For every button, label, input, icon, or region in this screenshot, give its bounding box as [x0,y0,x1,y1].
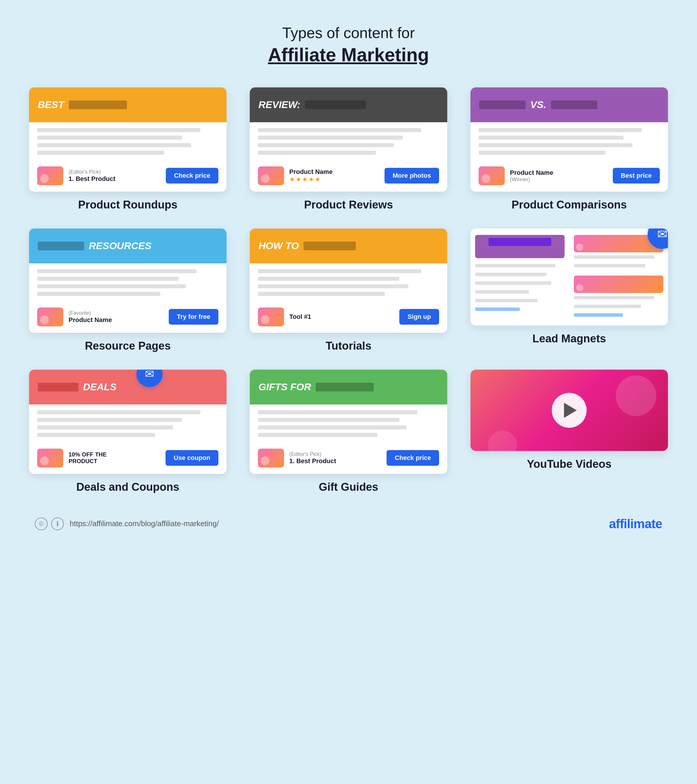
deals-header-block [38,383,78,391]
compare-best-price-button[interactable]: Best price [613,168,660,183]
lead-purple-inner [488,238,551,246]
ll2 [475,273,547,276]
yt-circle-bg2 [488,431,517,451]
footer-left: © ℹ https://affilimate.com/blog/affiliat… [35,517,219,530]
compare-thumb [479,166,505,185]
roundup-footer-info: (Editor's Pick) 1. Best Product [69,169,161,183]
resource-footer-info: (Favorite) Product Name [69,310,163,324]
line3 [37,284,186,288]
lead-purple-block [475,235,565,258]
line1 [37,128,200,132]
gifts-header-block [316,383,374,391]
page-main-title: Affiliate Marketing [268,43,429,67]
line1 [37,410,200,414]
ll4 [475,290,529,293]
resource-thumb [37,308,63,326]
footer-brand: affilimate [609,517,662,531]
card-wrapper-product-reviews: REVIEW: Product Name ★★★★★ More photos P… [250,87,447,211]
tutorial-howto-label: HOW TO [259,240,299,252]
card-resource-pages: RESOURCES (Favorite) Product Name Try fo… [29,229,227,333]
line3 [37,143,191,147]
line1 [258,410,417,414]
line4 [37,151,164,155]
deals-label: DEALS [83,381,117,393]
resource-header: RESOURCES [29,229,227,264]
compare-body [470,122,668,161]
line4 [479,151,606,155]
line4 [37,433,155,437]
youtube-label: YouTube Videos [527,458,611,470]
card-lead-magnets: ✉ [470,229,668,326]
youtube-play-button[interactable] [552,393,587,428]
line4 [37,292,160,296]
compare-product-name: Product Name [510,169,608,176]
line3 [258,143,394,147]
line4 [258,151,376,155]
card-wrapper-lead-magnets: ✉ [470,229,668,352]
ll5 [475,299,538,302]
gifts-header-label: GIFTS FOR [259,381,311,393]
line3 [258,425,407,430]
card-wrapper-gift-guides: GIFTS FOR (Editor's Pick) 1. Best Produc… [250,370,447,493]
line2 [258,277,399,281]
compare-footer: Product Name (Winner) Best price [470,161,668,192]
play-triangle-icon [564,403,577,418]
line4 [258,433,377,437]
review-more-photos-button[interactable]: More photos [384,168,439,183]
card-product-reviews: REVIEW: Product Name ★★★★★ More photos [250,87,447,192]
rl4 [574,305,641,308]
resource-footer: (Favorite) Product Name Try for free [29,302,227,333]
card-wrapper-resource-pages: RESOURCES (Favorite) Product Name Try fo… [29,229,227,352]
review-header-block [305,100,366,109]
deals-coupon-button[interactable]: Use coupon [166,450,218,466]
roundup-thumb [37,166,63,185]
review-header-label: REVIEW: [259,99,300,110]
line3 [479,143,633,147]
tutorial-thumb [258,308,284,326]
card-wrapper-deals: ✉ DEALS 10% OFF THEPRODUCT Use coupon De… [29,370,227,493]
gifts-header: GIFTS FOR [250,370,447,405]
card-product-roundups: BEST (Editor's Pick) 1. Best Product Che… [29,87,227,192]
resource-label: Resource Pages [85,340,171,352]
lead-card-inner [470,229,668,326]
lead-left-col [470,229,569,326]
copyright-icon: © [35,517,48,530]
deals-discount-text: 10% OFF THEPRODUCT [69,451,160,464]
lb1 [475,308,520,311]
resource-try-free-button[interactable]: Try for free [169,309,218,324]
compare-label: Product Comparisons [512,199,627,211]
compare-winner-label: (Winner) [510,176,608,183]
ll1 [475,264,555,267]
rl2 [574,264,645,267]
roundup-check-price-button[interactable]: Check price [166,168,218,183]
card-product-comparisons: VS. Product Name (Winner) Best price [470,87,668,192]
review-thumb [258,166,284,185]
card-tutorials: HOW TO Tool #1 Sign up [250,229,447,333]
line2 [37,418,182,422]
line1 [479,128,642,132]
review-footer: Product Name ★★★★★ More photos [250,161,447,192]
gifts-product-name: 1. Best Product [289,457,381,465]
line1 [258,269,421,273]
tutorial-footer-info: Tool #1 [289,313,394,321]
footer-brand-accent: mate [633,517,662,531]
rl1 [574,255,654,259]
gifts-check-price-button[interactable]: Check price [387,450,439,466]
ll3 [475,282,551,285]
youtube-card-visual [470,370,668,451]
tutorial-tool-name: Tool #1 [289,313,394,321]
review-footer-info: Product Name ★★★★★ [289,168,379,183]
footer-icons: © ℹ [35,517,64,530]
compare-block-right [551,100,597,109]
tutorial-label: Tutorials [326,340,371,352]
card-youtube [470,370,668,451]
tutorial-header-block [303,242,356,250]
tutorial-signup-button[interactable]: Sign up [399,309,439,324]
lead-thumb2 [574,275,663,293]
deals-footer-info: 10% OFF THEPRODUCT [69,451,160,464]
line4 [258,292,385,296]
review-body [250,122,447,161]
resource-sublabel: (Favorite) [69,310,163,316]
footer-url: https://affilimate.com/blog/affiliate-ma… [70,519,219,528]
card-wrapper-product-comparisons: VS. Product Name (Winner) Best price Pro… [470,87,668,211]
